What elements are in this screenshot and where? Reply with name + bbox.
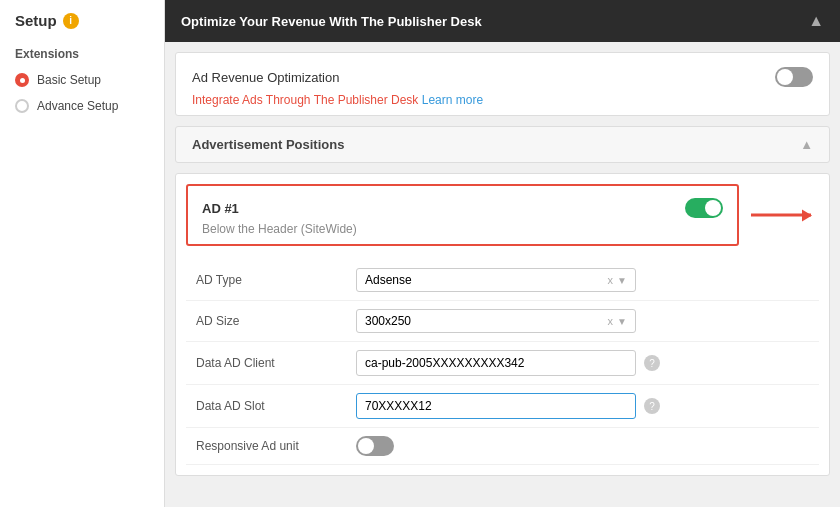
sidebar-item-label-basic: Basic Setup [37,73,101,87]
ad1-toggle[interactable] [685,198,723,218]
data-ad-client-row: Data AD Client ? [186,342,819,385]
radio-basic-setup[interactable] [15,73,29,87]
responsive-row: Responsive Ad unit [186,428,819,465]
data-ad-slot-help-icon[interactable]: ? [644,398,660,414]
chevron-down-icon: ▼ [617,275,627,286]
extensions-label: Extensions [0,39,164,67]
ad-type-select-box[interactable]: Adsense x▼ [356,268,636,292]
sidebar-item-advance-setup[interactable]: Advance Setup [0,93,164,119]
sidebar: Setup i Extensions Basic Setup Advance S… [0,0,165,507]
top-banner: Optimize Your Revenue With The Publisher… [165,0,840,42]
ad-type-label: AD Type [196,273,356,287]
ad-positions-body: AD #1 Below the Header (SiteWide) AD Typ… [175,173,830,476]
ad-positions-collapse[interactable]: ▲ [800,137,813,152]
ad1-subtitle: Below the Header (SiteWide) [202,222,723,236]
red-arrow [751,214,811,217]
ad-positions-title: Advertisement Positions [192,137,344,152]
aro-card: Ad Revenue Optimization Integrate Ads Th… [175,52,830,116]
ad-type-value: Adsense [365,273,412,287]
sidebar-title: Setup i [0,12,164,39]
ad1-label: AD #1 [202,201,239,216]
ad-size-select-box[interactable]: 300x250 x▼ [356,309,636,333]
ad1-box: AD #1 Below the Header (SiteWide) [186,184,739,246]
ad-size-value: 300x250 [365,314,411,328]
ad-type-row: AD Type Adsense x▼ [186,260,819,301]
data-ad-slot-row: Data AD Slot ? [186,385,819,428]
ad-size-select[interactable]: 300x250 x▼ [356,309,636,333]
ad-positions-header: Advertisement Positions ▲ [175,126,830,163]
info-icon: i [63,13,79,29]
data-ad-slot-input[interactable] [356,393,636,419]
responsive-toggle-wrapper [356,436,636,456]
ad-size-label: AD Size [196,314,356,328]
sidebar-item-basic-setup[interactable]: Basic Setup [0,67,164,93]
data-ad-client-field[interactable] [356,350,636,376]
aro-subtitle: Integrate Ads Through The Publisher Desk… [192,93,483,107]
ad1-top: AD #1 [202,198,723,218]
ad-type-select[interactable]: Adsense x▼ [356,268,636,292]
data-ad-client-label: Data AD Client [196,356,356,370]
top-banner-close-button[interactable]: ▲ [808,12,824,30]
data-ad-slot-label: Data AD Slot [196,399,356,413]
radio-advance-setup[interactable] [15,99,29,113]
sidebar-title-text: Setup [15,12,57,29]
ad-type-clear[interactable]: x [608,274,614,286]
chevron-down-icon-2: ▼ [617,316,627,327]
ad-size-clear[interactable]: x [608,315,614,327]
data-ad-client-input[interactable] [356,350,636,376]
learn-more-link[interactable]: Learn more [422,93,483,107]
main-content: Optimize Your Revenue With The Publisher… [165,0,840,507]
responsive-label: Responsive Ad unit [196,439,356,453]
top-banner-title: Optimize Your Revenue With The Publisher… [181,14,482,29]
aro-toggle[interactable] [775,67,813,87]
responsive-toggle[interactable] [356,436,394,456]
aro-top: Ad Revenue Optimization [192,67,813,87]
data-ad-slot-field[interactable] [356,393,636,419]
aro-label: Ad Revenue Optimization [192,70,339,85]
ad-size-row: AD Size 300x250 x▼ [186,301,819,342]
aro-row: Ad Revenue Optimization Integrate Ads Th… [176,53,829,115]
data-ad-client-help-icon[interactable]: ? [644,355,660,371]
sidebar-item-label-advance: Advance Setup [37,99,118,113]
